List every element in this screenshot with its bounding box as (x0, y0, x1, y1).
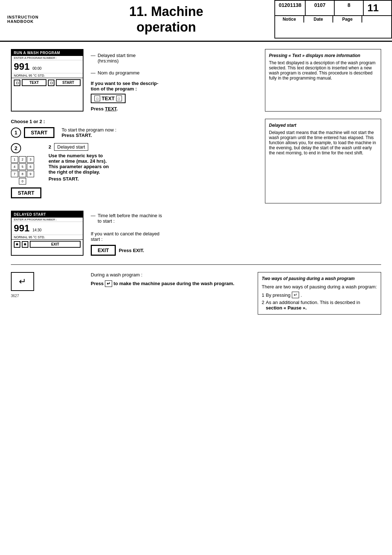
notice-code: 01201138 (275, 1, 306, 15)
step2-press: Press START. (49, 176, 258, 182)
step2-num-label: 2 (49, 144, 51, 150)
step2-row: 2 1 2 3 4 5 6 7 8 9 0 STAR (11, 143, 258, 198)
top-section: RUN A WASH PROGRAM ENTER A PROGRAM NUMBE… (11, 49, 381, 112)
pause-button-box[interactable]: ↵ (11, 272, 34, 291)
page-title: 11. Machine operation (129, 4, 203, 35)
display1-subtitle: ENTER A PROGRAM NUMBER : (12, 56, 83, 60)
delayed-label1: Time left before the machine is to start… (98, 213, 162, 224)
step2-start-btn[interactable]: START (11, 187, 41, 198)
info-box-text: Pressing « Text » displays more informat… (265, 49, 381, 112)
display1-time: 00:00 (32, 66, 41, 70)
display2-title: DELAYED START (12, 211, 83, 218)
display1-number: 991 (14, 61, 29, 72)
display1-sq1[interactable]: ◻ (14, 80, 20, 86)
step1-press: Press START. (62, 133, 258, 138)
display2-star1[interactable]: ✱ (14, 241, 20, 248)
middle-section: Choose 1 or 2 : 1 START To start the pro… (11, 119, 381, 203)
pause-info-title: Two ways of pausing during a wash progra… (262, 276, 377, 281)
step1-start-btn[interactable]: START (24, 127, 54, 138)
pause-info-body1: There are two ways of pausing during a w… (262, 284, 377, 289)
header-codes: 01201138 0107 8 11 Notice Date Page (274, 0, 392, 39)
display2-star2[interactable]: ✱ (22, 241, 28, 248)
info-delayed-title: Delayed start (269, 123, 377, 128)
step1-row: 1 START To start the program now : Press… (11, 127, 258, 138)
delayed-label2: If you want to cancel the delayed start … (91, 231, 159, 242)
main-content: RUN A WASH PROGRAM ENTER A PROGRAM NUMBE… (0, 42, 392, 322)
text-sq1: ◻ (94, 96, 100, 101)
pause-desc1: During a wash program : (91, 272, 250, 278)
display1-text-btn[interactable]: TEXT (22, 79, 46, 86)
steps-area: Choose 1 or 2 : 1 START To start the pro… (11, 119, 258, 203)
step2-circle: 2 (11, 143, 21, 153)
display2-number: 991 (14, 223, 29, 234)
numpad-illustration: 1 2 3 4 5 6 7 8 9 0 (11, 156, 34, 185)
pause-btn-label: ↵ (19, 276, 26, 287)
display1-labels: — Delayed start time (hrs:mins) — Nom du… (91, 49, 258, 112)
page-label: Page (333, 16, 362, 23)
display1-title: RUN A WASH PROGRAM (12, 50, 83, 56)
pause-section: ↵ 3627 During a wash program : Press ↵ t… (11, 272, 381, 315)
pause-list1-end: . (301, 292, 302, 298)
bottom-top-section: DELAYED START ENTER A PROGRAM NUMBER : 9… (11, 211, 381, 256)
press-text-label: Press TEXT. (91, 106, 258, 112)
handbook-label: HANDBOOK (7, 19, 51, 24)
date-code: 0107 (306, 1, 335, 15)
page-header: INSTRUCTION HANDBOOK 11. Machine operati… (0, 0, 392, 42)
delayed-labels-area: — Time left before the machine is to sta… (91, 211, 381, 256)
display1-start-btn[interactable]: START (56, 79, 81, 86)
display2-progname: NORMAL 95 °C STD. (12, 235, 83, 239)
pause-info-box: Two ways of pausing during a wash progra… (258, 272, 381, 315)
step2-delayed-input-row: 2 Delayed start (49, 143, 258, 151)
instruction-label: INSTRUCTION (7, 15, 51, 19)
section-divider (11, 264, 381, 265)
display-box-1: RUN A WASH PROGRAM ENTER A PROGRAM NUMBE… (11, 49, 83, 112)
info-text-title: Pressing « Text » displays more informat… (269, 53, 377, 58)
text-sq2: ◻ (116, 96, 122, 101)
label2-text: Nom du programme (98, 70, 140, 76)
label1-text: Delayed start time (hrs:mins) (98, 53, 136, 64)
press-exit-label: Press EXIT. (119, 248, 144, 253)
pause-inline-btn[interactable]: ↵ (105, 280, 112, 287)
step1-circle: 1 (11, 127, 21, 138)
display1-sq2[interactable]: ◻ (48, 80, 54, 86)
pause-desc2: Press ↵ to make the machine pause during… (91, 280, 250, 287)
pause-list1-btn[interactable]: ↵ (292, 292, 299, 298)
step2-desc: Use the numeric keys to enter a time (ma… (49, 153, 258, 175)
pause-right-desc: During a wash program : Press ↵ to make … (91, 272, 250, 315)
display2-time: 14:30 (32, 228, 41, 232)
delayed-start-box: Delayed start (54, 143, 89, 151)
info-box-delayed: Delayed start Delayed start means that t… (265, 119, 381, 203)
pause-list2-text: As an additional function. This is descr… (266, 300, 377, 311)
page-big-spacer (362, 16, 391, 23)
pause-list1-text: By pressing (266, 292, 290, 298)
info-delayed-body: Delayed start means that the machine wil… (269, 130, 377, 155)
pause-label-num: 3627 (11, 294, 19, 298)
display2-subtitle: ENTER A PROGRAM NUMBER : (12, 218, 83, 222)
header-left: INSTRUCTION HANDBOOK (0, 0, 58, 39)
pause-left: ↵ 3627 (11, 272, 83, 315)
exit-btn[interactable]: EXIT (91, 245, 116, 256)
pause-list-num2: 2 (262, 300, 264, 305)
page-big: 11 (364, 1, 382, 15)
step1-label: To start the program now : (62, 127, 258, 133)
date-label: Date (304, 16, 333, 23)
header-title-area: 11. Machine operation (58, 0, 274, 39)
pause-list-num1: 1 (262, 292, 264, 298)
display1-progname: NORMAL 95 °C STD. (12, 73, 83, 78)
display-box-2: DELAYED START ENTER A PROGRAM NUMBER : 9… (11, 211, 83, 256)
text-display-box: ◻ TEXT ◻ (91, 94, 126, 103)
text-btn-label: TEXT (102, 96, 115, 101)
info-text-body: The text displayed is a description of t… (269, 60, 377, 81)
display2-exit-btn[interactable]: EXIT (30, 241, 81, 248)
notice-label: Notice (275, 16, 304, 23)
choose-label: Choose 1 or 2 : (11, 119, 258, 124)
text-section-desc: If you want to see the descrip-tion of t… (91, 81, 258, 92)
page-code: 8 (335, 1, 364, 15)
